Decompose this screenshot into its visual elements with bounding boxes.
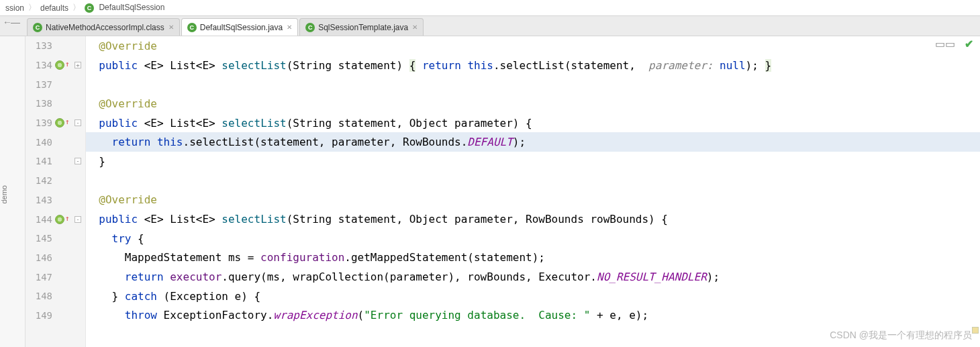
line-number[interactable]: 143 [30,195,52,205]
code-line: throw ExceptionFactory.wrapException("Er… [86,306,980,326]
fold-icon[interactable]: - [75,216,81,223]
line-number[interactable]: 146 [30,252,52,263]
override-marker-icon[interactable] [55,118,64,128]
tab-label: NativeMethodAccessorImpl.class [46,23,164,32]
left-strip-label: demo [0,185,8,204]
tab-label: SqlSessionTemplate.java [318,23,408,32]
code-line: } catch (Exception e) { [86,287,980,306]
line-number[interactable]: 139 [30,117,52,128]
left-tool-strip[interactable]: demo [0,36,26,347]
class-icon: C [85,3,94,13]
line-number[interactable]: 149 [30,310,52,321]
java-file-icon: C [187,23,197,32]
code-line: public <E> List<E> selectList(String sta… [86,209,980,229]
code-line: public <E> List<E> selectList(String sta… [86,113,980,133]
crumb-class[interactable]: C DefaultSqlSession [82,3,167,13]
crumb-package[interactable]: defaults [38,3,71,13]
override-marker-icon[interactable] [55,60,64,70]
code-line: try { [86,229,980,248]
line-number[interactable]: 137 [30,79,52,90]
minimize-icon[interactable]: — [11,19,17,26]
code-area[interactable]: @Override public <E> List<E> selectList(… [86,36,980,347]
chevron-right-icon: 〉 [71,2,82,13]
java-file-icon: C [305,23,315,32]
line-number[interactable]: 141 [30,156,52,166]
line-number[interactable]: 134 [30,60,52,70]
tab-label: DefaultSqlSession.java [200,23,283,32]
annotation: @Override [99,40,157,52]
line-number[interactable]: 147 [30,272,52,283]
tab-sql-session-template[interactable]: C SqlSessionTemplate.java ✕ [299,18,424,36]
back-icon[interactable]: ← [3,19,9,26]
code-line: @Override [86,191,980,210]
code-line [86,171,980,191]
override-marker-icon[interactable] [55,215,64,224]
line-number[interactable]: 145 [30,233,52,244]
scroll-marker[interactable] [972,327,979,334]
fold-icon[interactable]: + [75,62,81,68]
code-line: } [86,152,980,171]
crumb-package-trunc[interactable]: ssion [3,3,27,13]
line-number[interactable]: 144 [30,214,52,225]
code-line: MappedStatement ms = configuration.getMa… [86,248,980,268]
chevron-right-icon: 〉 [27,2,38,13]
line-number[interactable]: 133 [30,40,52,51]
breadcrumb: ssion 〉 defaults 〉 C DefaultSqlSession [0,0,980,16]
line-number[interactable]: 142 [30,175,52,186]
line-number[interactable]: 140 [30,137,52,148]
fold-icon[interactable]: - [75,158,81,164]
class-file-icon: C [33,23,42,32]
close-icon[interactable]: ✕ [412,23,418,31]
close-icon[interactable]: ✕ [168,23,174,31]
tab-controls: ← — [3,19,17,26]
editor-tabs: ← — C NativeMethodAccessorImpl.class ✕ C… [0,16,980,36]
gutter: 133 134+ 137 138 139- 140 141- 142 143 1… [26,36,86,347]
fold-icon[interactable]: - [75,119,81,126]
watermark: CSDN @我是一个有理想的程序员 [830,330,972,342]
line-number[interactable]: 138 [30,98,52,109]
line-number[interactable]: 148 [30,291,52,301]
code-line: @Override [86,36,980,56]
close-icon[interactable]: ✕ [287,23,292,31]
editor[interactable]: ▭▭ ✔ 133 134+ 137 138 139- 140 141- 142 … [26,36,980,347]
crumb-class-label: DefaultSqlSession [99,3,164,12]
tab-default-sql-session[interactable]: C DefaultSqlSession.java ✕ [181,18,298,36]
code-line [86,75,980,94]
tab-native-method[interactable]: C NativeMethodAccessorImpl.class ✕ [27,18,180,36]
code-line-highlighted: return this.selectList(statement, parame… [86,132,980,152]
code-line: @Override [86,94,980,113]
code-line: public <E> List<E> selectList(String sta… [86,56,980,75]
code-line: return executor.query(ms, wrapCollection… [86,267,980,287]
